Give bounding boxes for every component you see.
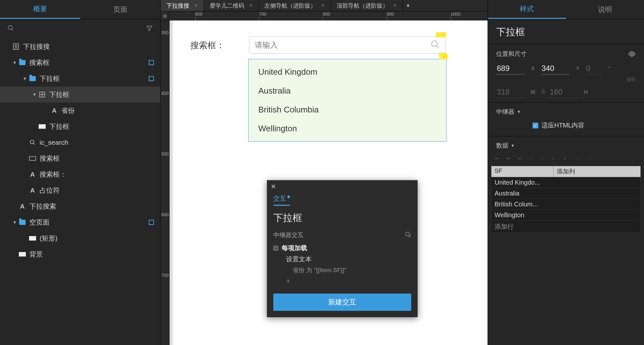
dropdown-item[interactable]: Australia	[249, 81, 446, 100]
toolbar-icon[interactable]: ←	[575, 156, 583, 162]
table-row[interactable]: British Colum...	[491, 199, 640, 210]
tab-pages[interactable]: 页面	[80, 0, 160, 19]
outline-item[interactable]: ▼下拉框	[0, 71, 160, 87]
toolbar-icon[interactable]: ▪▪	[495, 156, 503, 162]
close-icon[interactable]: ×	[249, 2, 253, 9]
search-icon[interactable]	[430, 40, 440, 50]
ruler-origin-icon[interactable]: ⊕	[161, 12, 170, 20]
file-tab[interactable]: 爱学儿二维码×	[204, 0, 259, 11]
toolbar-icon[interactable]: ↑	[529, 156, 537, 162]
section-data[interactable]: 数据▼	[488, 138, 644, 153]
left-panel-tabs: 概要 页面	[0, 0, 160, 19]
file-tab[interactable]: 顶部导航（进阶版）×	[331, 0, 403, 11]
toolbar-icon[interactable]: ▪	[564, 156, 572, 162]
add-row-button[interactable]: 添加行	[491, 220, 640, 233]
visibility-icon[interactable]	[628, 50, 636, 58]
file-tab-label: 下拉搜搜	[166, 2, 189, 10]
search-icon[interactable]	[6, 24, 15, 33]
search-input-widget[interactable]: 1 ⚡ ⚡	[249, 36, 445, 54]
table-row[interactable]: Wellington	[491, 210, 640, 220]
outline-item-label: 占位符	[40, 186, 154, 195]
section-repeater[interactable]: 中继器▼	[488, 104, 644, 119]
outline-item[interactable]: 下拉框	[0, 119, 160, 134]
interaction-badge[interactable]: 1 ⚡	[436, 32, 446, 37]
outline-item[interactable]: ic_search	[0, 134, 160, 150]
svg-rect-13	[406, 232, 409, 235]
interaction-badge-icon[interactable]: ⚡	[441, 54, 448, 59]
close-icon[interactable]: ×	[194, 2, 198, 9]
widget-type-icon: A	[29, 171, 36, 178]
popout-icon[interactable]	[405, 231, 411, 239]
toolbar-icon[interactable]: →	[587, 156, 595, 162]
outline-item-label: (矩形)	[40, 234, 154, 243]
new-interaction-button[interactable]: 新建交互	[273, 294, 411, 311]
canvas[interactable]: 搜索框： 1 ⚡ ⚡ ⚡ United KingdomAustraliaBrit…	[170, 20, 488, 345]
collapse-icon[interactable]: −	[273, 246, 278, 251]
close-icon[interactable]: ✕	[271, 183, 276, 190]
filter-icon[interactable]	[145, 24, 154, 33]
chevron-icon[interactable]: ▼	[12, 60, 17, 65]
outline-item[interactable]: ▼空页面	[0, 214, 160, 230]
toolbar-icon[interactable]: ↓	[541, 156, 549, 162]
outline-item-label: 下拉搜搜	[23, 42, 154, 51]
ruler-vertical[interactable]: 300400500600700	[161, 20, 170, 345]
ix-action-detail: 省份 为 "[[Item.SF]]"	[273, 265, 411, 276]
tab-notes[interactable]: 说明	[566, 0, 644, 19]
outline-item[interactable]: A下拉搜索	[0, 198, 160, 214]
close-icon[interactable]: ×	[321, 2, 325, 9]
column-header[interactable]: SF	[491, 166, 554, 177]
widget-type-icon	[19, 60, 26, 65]
tab-interactions[interactable]: 交互	[273, 194, 290, 206]
close-icon[interactable]: ×	[393, 2, 397, 9]
checkbox-checked-icon[interactable]: ✓	[533, 123, 538, 128]
toolbar-icon[interactable]: ▪▪	[518, 156, 526, 162]
ix-action[interactable]: 设置文本	[273, 252, 411, 265]
svg-point-6	[30, 140, 34, 144]
ruler-horizontal[interactable]: 6007008009001000	[170, 12, 488, 20]
add-column-button[interactable]: 添加列	[554, 166, 640, 177]
y-input[interactable]	[541, 63, 570, 75]
chevron-icon[interactable]: ▼	[22, 76, 27, 81]
dropdown-repeater[interactable]: ⚡ United KingdomAustraliaBritish Columbi…	[248, 59, 447, 142]
height-input[interactable]	[549, 86, 578, 98]
dropdown-item[interactable]: United Kingdom	[249, 63, 446, 81]
fit-html-checkbox-row[interactable]: ✓ 适应HTML内容	[488, 119, 644, 134]
outline-item[interactable]: A省份	[0, 103, 160, 119]
ix-event[interactable]: − 每项加载 设置文本 省份 为 "[[Item.SF]]" +	[267, 242, 418, 288]
repeater-data-table[interactable]: SF 添加列 United Kingdo...AustraliaBritish …	[491, 166, 641, 233]
dropdown-item[interactable]: Wellington	[249, 119, 446, 138]
widget-type-icon	[12, 43, 20, 50]
ruler-tick: 600	[161, 212, 169, 217]
outline-item[interactable]: 下拉搜搜	[0, 39, 160, 55]
tab-style[interactable]: 样式	[488, 0, 566, 19]
outline-item[interactable]: A占位符	[0, 182, 160, 198]
table-row[interactable]: Australia	[491, 188, 640, 199]
tabs-overflow-icon[interactable]: ▾	[403, 0, 413, 11]
chevron-icon[interactable]: ▼	[32, 92, 37, 97]
outline-toolbar	[0, 19, 160, 37]
outline-item[interactable]: 背景	[0, 246, 160, 262]
file-tab[interactable]: 左侧导航（进阶版）×	[259, 0, 331, 11]
toolbar-icon[interactable]: ▪▪	[506, 156, 514, 162]
tab-outline[interactable]: 概要	[0, 0, 80, 19]
x-input[interactable]	[496, 63, 525, 75]
inspector-tabs: 样式 说明	[488, 0, 644, 19]
outline-item[interactable]: ▼搜索框	[0, 55, 160, 71]
outline-item[interactable]: A搜索框：	[0, 166, 160, 182]
search-input[interactable]	[255, 41, 430, 50]
toolbar-icon[interactable]: ▪	[552, 156, 560, 162]
chevron-icon[interactable]: ▼	[12, 220, 17, 225]
outline-item[interactable]: 搜索框	[0, 150, 160, 166]
rotation-input[interactable]	[586, 63, 602, 75]
outline-item[interactable]: (矩形)	[0, 230, 160, 246]
add-action-button[interactable]: +	[273, 276, 411, 287]
file-tab[interactable]: 下拉搜搜×	[161, 0, 204, 11]
svg-rect-15	[542, 91, 545, 93]
lock-icon[interactable]	[541, 89, 546, 96]
widget-name[interactable]: 下拉框	[488, 19, 644, 42]
outline-item[interactable]: ▼下拉框	[0, 87, 160, 103]
table-row[interactable]: United Kingdo...	[491, 177, 640, 188]
row-position: X Y °	[488, 61, 644, 77]
dropdown-item[interactable]: British Columbia	[249, 100, 446, 119]
width-input[interactable]	[496, 86, 525, 98]
